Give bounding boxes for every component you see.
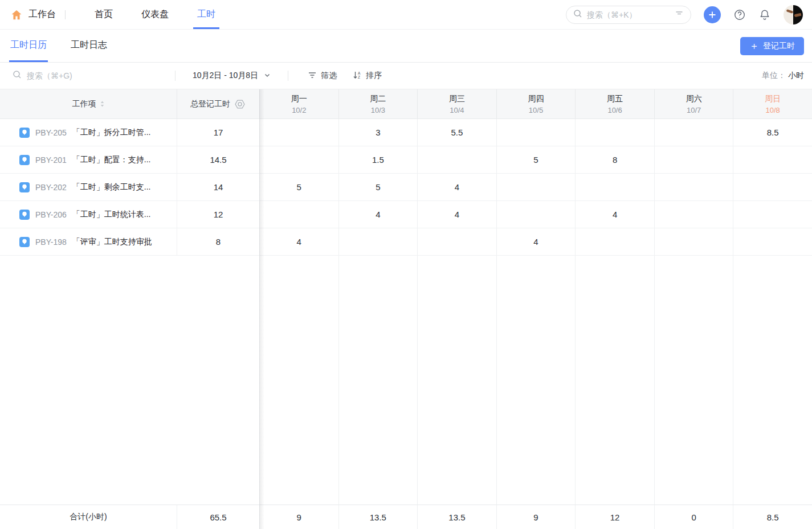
table-empty-day-column [733, 256, 812, 505]
day-hours-cell[interactable]: 8 [575, 146, 654, 174]
day-hours-cell[interactable] [575, 174, 654, 201]
global-search-input[interactable] [587, 10, 670, 19]
day-hours-cell[interactable] [259, 146, 338, 174]
filter-button[interactable]: 筛选 [308, 71, 337, 81]
day-hours-cell[interactable]: 1.5 [338, 146, 418, 174]
table-search[interactable] [13, 70, 164, 81]
column-header-day-10/5: 周四10/5 [496, 89, 576, 119]
toolbar-divider [288, 71, 288, 81]
notifications-bell-icon[interactable] [758, 9, 771, 21]
global-search[interactable] [566, 6, 691, 24]
footer-day-total: 12 [575, 505, 654, 529]
day-hours-cell[interactable]: 8.5 [733, 119, 812, 146]
column-header-day-10/7: 周六10/7 [654, 89, 733, 119]
day-hours-cell[interactable] [417, 228, 496, 256]
day-hours-cell[interactable]: 4 [496, 228, 576, 256]
nav-item-worktime[interactable]: 工时 [193, 0, 219, 29]
day-hours-cell[interactable]: 4 [417, 201, 496, 228]
footer-day-total: 8.5 [733, 505, 812, 529]
footer-day-total: 9 [496, 505, 576, 529]
day-hours-cell[interactable]: 5.5 [417, 119, 496, 146]
day-hours-cell[interactable] [654, 201, 733, 228]
sort-caret-icon[interactable] [100, 100, 105, 108]
view-tabbar: 工时日历 工时日志 ＋ 登记工时 [0, 30, 812, 63]
day-hours-cell[interactable] [496, 201, 576, 228]
register-hours-label: 登记工时 [763, 41, 795, 51]
workitem-key: PBY-205 [35, 128, 67, 137]
filter-label: 筛选 [321, 71, 337, 81]
day-date: 10/2 [292, 106, 306, 114]
workitem-title: 「评审」工时支持审批 [72, 237, 152, 247]
sort-label: 排序 [366, 71, 382, 81]
day-hours-cell[interactable]: 5 [496, 146, 576, 174]
day-hours-cell[interactable]: 3 [338, 119, 418, 146]
day-hours-cell[interactable] [496, 174, 576, 201]
day-hours-cell[interactable]: 4 [338, 201, 418, 228]
column-header-total[interactable]: 总登记工时 [177, 89, 259, 119]
nav-left: 工作台 首页 仪表盘 工时 [10, 0, 230, 29]
workitem-cell[interactable]: PBY-205「工时」拆分工时管... [0, 119, 177, 146]
workitem-key: PBY-198 [35, 237, 67, 247]
filter-icon [308, 71, 317, 81]
nav-item-dashboard[interactable]: 仪表盘 [137, 0, 173, 29]
column-header-workitem[interactable]: 工作项 [0, 89, 177, 119]
table-empty-day-column [259, 256, 338, 505]
workitem-cell[interactable]: PBY-198「评审」工时支持审批 [0, 228, 177, 256]
day-hours-cell[interactable] [338, 228, 418, 256]
workitem-cell[interactable]: PBY-206「工时」工时统计表... [0, 201, 177, 228]
table-search-input[interactable] [27, 71, 164, 80]
day-hours-cell[interactable] [733, 174, 812, 201]
workitem-title: 「工时」工时统计表... [72, 210, 151, 220]
workitem-type-icon [19, 237, 30, 247]
plus-icon: ＋ [749, 41, 759, 51]
workspace-name[interactable]: 工作台 [28, 9, 56, 20]
day-hours-cell[interactable]: 5 [259, 174, 338, 201]
unit-label: 单位： [762, 71, 786, 80]
day-hours-cell[interactable] [496, 119, 576, 146]
day-hours-cell[interactable]: 4 [417, 174, 496, 201]
avatar-art [786, 9, 794, 14]
day-date: 10/6 [607, 106, 622, 114]
column-settings-icon[interactable] [234, 98, 246, 110]
register-hours-button[interactable]: ＋ 登记工时 [740, 37, 804, 55]
day-hours-cell[interactable] [654, 146, 733, 174]
day-hours-cell[interactable] [259, 119, 338, 146]
workitem-cell[interactable]: PBY-201「工时」配置：支持... [0, 146, 177, 174]
column-header-day-10/8: 周日10/8 [733, 89, 812, 119]
timesheet-grid: 工作项总登记工时周一10/2周二10/3周三10/4周四10/5周五10/6周六… [0, 89, 812, 529]
tab-worktime-log[interactable]: 工时日志 [70, 30, 108, 62]
tab-worktime-calendar[interactable]: 工时日历 [9, 30, 48, 62]
day-hours-cell[interactable]: 4 [259, 228, 338, 256]
workitem-key: PBY-206 [35, 210, 67, 219]
user-avatar[interactable] [784, 5, 803, 24]
day-hours-cell[interactable] [654, 228, 733, 256]
day-date: 10/7 [687, 106, 701, 114]
date-range-picker[interactable]: 10月2日 - 10月8日 [187, 71, 276, 81]
toolbar-divider [175, 71, 176, 81]
day-hours-cell[interactable] [259, 201, 338, 228]
day-hours-cell[interactable] [654, 174, 733, 201]
sort-button[interactable]: AZ 排序 [353, 71, 382, 81]
day-hours-cell[interactable]: 5 [338, 174, 418, 201]
day-hours-cell[interactable] [733, 201, 812, 228]
advanced-search-icon[interactable] [675, 9, 684, 20]
total-hours-cell: 14 [177, 174, 259, 201]
workitem-type-icon [19, 210, 30, 220]
day-hours-cell[interactable] [417, 146, 496, 174]
home-icon[interactable] [10, 9, 23, 21]
day-hours-cell[interactable]: 4 [575, 201, 654, 228]
workitem-key: PBY-201 [35, 155, 67, 165]
day-hours-cell[interactable] [575, 119, 654, 146]
footer-day-total: 9 [259, 505, 338, 529]
create-button[interactable] [704, 6, 721, 23]
day-hours-cell[interactable] [575, 228, 654, 256]
table-toolbar: 10月2日 - 10月8日 筛选 AZ 排序 单位：小时 [0, 63, 812, 89]
day-date: 10/3 [371, 106, 385, 114]
day-hours-cell[interactable] [733, 228, 812, 256]
help-icon[interactable] [733, 9, 746, 21]
column-header-total-label: 总登记工时 [190, 99, 230, 109]
day-hours-cell[interactable] [654, 119, 733, 146]
workitem-cell[interactable]: PBY-202「工时」剩余工时支... [0, 174, 177, 201]
nav-item-home[interactable]: 首页 [91, 0, 117, 29]
day-hours-cell[interactable] [733, 146, 812, 174]
